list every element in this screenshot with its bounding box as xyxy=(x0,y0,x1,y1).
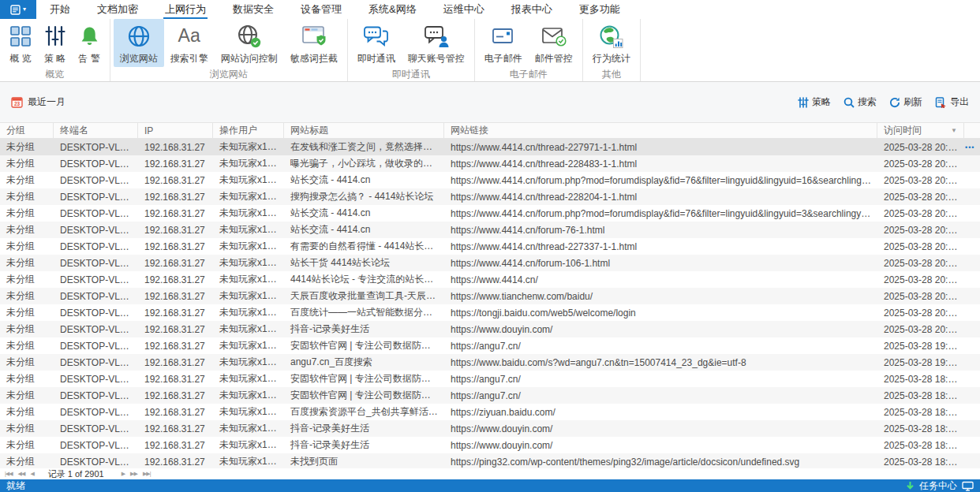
tool-label: 聊天账号管控 xyxy=(408,52,465,65)
tool-policy[interactable]: 策 略 xyxy=(38,19,72,67)
tool-email[interactable]: 电子邮件 xyxy=(478,19,529,67)
tool-mail-control[interactable]: 邮件管控 xyxy=(529,19,579,67)
tab-ops-center[interactable]: 运维中心 xyxy=(430,0,498,19)
next-page-icon[interactable]: ▶ xyxy=(122,471,125,477)
globe-icon xyxy=(127,23,151,49)
pagination-bar: |◀◀ ◀◀ ◀ 记录 1 of 2901 ▶ ▶▶ ▶▶| xyxy=(0,468,980,479)
row-more-icon[interactable]: ••• xyxy=(964,144,980,151)
date-range-filter[interactable]: 23 最近一月 xyxy=(11,95,65,109)
export-button[interactable]: 导出 xyxy=(935,95,969,109)
monitor-icon[interactable] xyxy=(962,481,974,491)
cell-time: 2025-03-28 18:33:25 xyxy=(877,440,964,451)
table-row[interactable]: 未分组 DESKTOP-VLKTLE1 192.168.31.27 未知玩家x1… xyxy=(0,139,980,155)
table-row[interactable]: 未分组 DESKTOP-VLKTLE1 192.168.31.27 未知玩家x1… xyxy=(0,404,980,420)
cell-time: 2025-03-28 18:59:15 xyxy=(877,390,964,401)
tool-chat-account-control[interactable]: 聊天账号管控 xyxy=(402,19,471,67)
filter-dropdown-icon[interactable]: ▼ xyxy=(951,127,957,134)
tool-browse-website[interactable]: 浏览网站 xyxy=(114,19,164,67)
column-header-group[interactable]: 分组 xyxy=(0,123,54,138)
column-header-url[interactable]: 网站链接 xyxy=(444,123,877,138)
tool-search-engine[interactable]: Aa 搜索引擎 xyxy=(164,19,215,67)
first-page-icon[interactable]: |◀◀ xyxy=(5,471,13,477)
cell-terminal: DESKTOP-VLKTLE1 xyxy=(54,457,138,468)
table-row[interactable]: 未分组 DESKTOP-VLKTLE1 192.168.31.27 未知玩家x1… xyxy=(0,304,980,321)
table-row[interactable]: 未分组 DESKTOP-VLKTLE1 192.168.31.27 未知玩家x1… xyxy=(0,420,980,437)
cell-url: https://www.tianchenw.com/baidu/ xyxy=(444,291,877,302)
tab-report-center[interactable]: 报表中心 xyxy=(498,0,566,19)
toolbar-group-other: 行为统计 其他 xyxy=(583,19,641,81)
prev-page-icon[interactable]: ◀ xyxy=(30,471,33,477)
tab-start[interactable]: 开始 xyxy=(36,0,84,19)
tool-label: 邮件管控 xyxy=(535,52,573,65)
tool-overview[interactable]: 概 览 xyxy=(3,19,38,67)
table-row[interactable]: 未分组 DESKTOP-VLKTLE1 192.168.31.27 未知玩家x1… xyxy=(0,155,980,172)
cell-title: 站长交流 - 4414.cn xyxy=(284,173,444,187)
table-row[interactable]: 未分组 DESKTOP-VLKTLE1 192.168.31.27 未知玩家x1… xyxy=(0,354,980,371)
refresh-button[interactable]: 刷新 xyxy=(889,95,922,109)
last-page-icon[interactable]: ▶▶| xyxy=(143,471,151,477)
cell-user: 未知玩家x100 xyxy=(213,140,284,154)
table-row[interactable]: 未分组 DESKTOP-VLKTLE1 192.168.31.27 未知玩家x1… xyxy=(0,238,980,255)
app-menu-button[interactable]: ▾ xyxy=(0,0,36,19)
cell-title: 安固软件官网 | 专注公司数据防泄漏(DLP)，... xyxy=(284,372,444,386)
tool-alert[interactable]: 告 警 xyxy=(72,19,106,67)
cell-title: 有需要的自然看得懂 - 4414站长论坛 xyxy=(284,240,444,253)
table-row[interactable]: 未分组 DESKTOP-VLKTLE1 192.168.31.27 未知玩家x1… xyxy=(0,271,980,288)
table-row[interactable]: 未分组 DESKTOP-VLKTLE1 192.168.31.27 未知玩家x1… xyxy=(0,205,980,222)
search-button[interactable]: 搜索 xyxy=(843,95,877,109)
toolbar-group-label: 概览 xyxy=(3,67,107,84)
cell-group: 未分组 xyxy=(0,422,54,435)
table-row[interactable]: 未分组 DESKTOP-VLKTLE1 192.168.31.27 未知玩家x1… xyxy=(0,321,980,337)
cell-title: 未找到页面 xyxy=(284,455,444,468)
cell-url: https://www.douyin.com/ xyxy=(444,440,877,451)
table-row[interactable]: 未分组 DESKTOP-VLKTLE1 192.168.31.27 未知玩家x1… xyxy=(0,222,980,238)
cell-user: 未知玩家x100 xyxy=(213,173,284,187)
next-block-icon[interactable]: ▶▶ xyxy=(130,471,137,477)
column-header-ip[interactable]: IP xyxy=(138,123,213,138)
column-header-terminal[interactable]: 终端名 xyxy=(54,123,138,138)
cell-time: 2025-03-28 20:00:44 xyxy=(877,291,964,302)
browser-shield-icon xyxy=(301,23,327,49)
cell-title: angu7.cn_百度搜索 xyxy=(284,356,444,369)
cell-url: https://www.baidu.com/s?wd=angu7.cn&tn=1… xyxy=(444,357,877,368)
status-ready-label: 就绪 xyxy=(6,479,25,492)
tool-behavior-stats[interactable]: 行为统计 xyxy=(586,19,637,67)
column-header-user[interactable]: 操作用户 xyxy=(213,123,284,138)
table-row[interactable]: 未分组 DESKTOP-VLKTLE1 192.168.31.27 未知玩家x1… xyxy=(0,172,980,188)
cell-title: 百度统计——一站式智能数据分析与应用平台 xyxy=(284,306,444,319)
tab-device-mgmt[interactable]: 设备管理 xyxy=(287,0,355,19)
ribbon-toolbar: 概 览 策 略 告 警 概览 浏览网站 xyxy=(0,19,980,82)
cell-terminal: DESKTOP-VLKTLE1 xyxy=(54,241,138,252)
cell-ip: 192.168.31.27 xyxy=(138,142,213,153)
cell-url: https://angu7.cn/ xyxy=(444,341,877,352)
policy-button[interactable]: 策略 xyxy=(798,95,831,109)
table-row[interactable]: 未分组 DESKTOP-VLKTLE1 192.168.31.27 未知玩家x1… xyxy=(0,387,980,404)
table-row[interactable]: 未分组 DESKTOP-VLKTLE1 192.168.31.27 未知玩家x1… xyxy=(0,288,980,304)
table-row[interactable]: 未分组 DESKTOP-VLKTLE1 192.168.31.27 未知玩家x1… xyxy=(0,371,980,387)
column-header-title[interactable]: 网站标题 xyxy=(284,123,444,138)
table-row[interactable]: 未分组 DESKTOP-VLKTLE1 192.168.31.27 未知玩家x1… xyxy=(0,188,980,205)
tab-web-behavior[interactable]: 上网行为 xyxy=(151,0,219,19)
task-center-button[interactable]: 任务中心 xyxy=(919,479,957,492)
cell-group: 未分组 xyxy=(0,223,54,237)
tool-sensitive-word-block[interactable]: 敏感词拦截 xyxy=(284,19,344,67)
tab-data-security[interactable]: 数据安全 xyxy=(219,0,287,19)
table-row[interactable]: 未分组 DESKTOP-VLKTLE1 192.168.31.27 未知玩家x1… xyxy=(0,453,980,468)
tab-more-functions[interactable]: 更多功能 xyxy=(566,0,634,19)
table-row[interactable]: 未分组 DESKTOP-VLKTLE1 192.168.31.27 未知玩家x1… xyxy=(0,337,980,354)
export-label: 导出 xyxy=(950,95,969,109)
tab-system-network[interactable]: 系统&网络 xyxy=(355,0,430,19)
cell-title: 搜狗搜录怎么搞？ - 4414站长论坛 xyxy=(284,190,444,203)
cell-title: 4414站长论坛 - 专注交流的站长社区 xyxy=(284,273,444,286)
column-header-time[interactable]: 访问时间▼ xyxy=(877,123,964,138)
table-row[interactable]: 未分组 DESKTOP-VLKTLE1 192.168.31.27 未知玩家x1… xyxy=(0,255,980,271)
tab-doc-encrypt[interactable]: 文档加密 xyxy=(84,0,151,19)
sliders-small-icon xyxy=(798,97,809,108)
cell-time: 2025-03-28 18:30:30 xyxy=(877,457,964,468)
prev-block-icon[interactable]: ◀◀ xyxy=(18,471,25,477)
tool-website-access-control[interactable]: 网站访问控制 xyxy=(215,19,284,67)
cell-time: 2025-03-28 18:33:26 xyxy=(877,423,964,434)
cell-user: 未知玩家x100 xyxy=(213,339,284,352)
table-row[interactable]: 未分组 DESKTOP-VLKTLE1 192.168.31.27 未知玩家x1… xyxy=(0,437,980,453)
tool-instant-messaging[interactable]: 即时通讯 xyxy=(351,19,402,67)
